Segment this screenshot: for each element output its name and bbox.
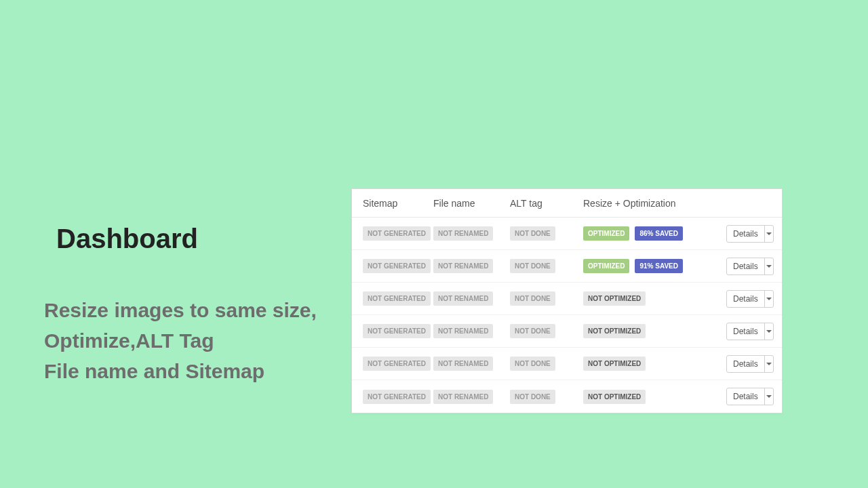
subtext-line-3: File name and Sitemap	[44, 356, 317, 386]
details-button[interactable]: Details	[726, 290, 774, 308]
sitemap-status-badge: NOT GENERATED	[363, 324, 431, 338]
subtext-line-1: Resize images to same size,	[44, 295, 317, 325]
not-optimized-badge: NOT OPTIMIZED	[583, 291, 646, 306]
not-optimized-badge: NOT OPTIMIZED	[583, 390, 646, 404]
table-row: NOT GENERATEDNOT RENAMEDNOT DONENOT OPTI…	[352, 348, 782, 380]
status-table: Sitemap File name ALT tag Resize + Optim…	[351, 188, 783, 413]
details-dropdown-toggle[interactable]	[764, 258, 773, 274]
details-dropdown-toggle[interactable]	[764, 388, 773, 405]
details-button[interactable]: Details	[726, 258, 774, 275]
not-optimized-badge: NOT OPTIMIZED	[583, 357, 646, 371]
chevron-down-icon	[766, 330, 772, 333]
details-button-label[interactable]: Details	[727, 323, 764, 340]
filename-status-badge: NOT RENAMED	[433, 357, 493, 371]
sitemap-status-badge: NOT GENERATED	[363, 259, 431, 273]
header-filename: File name	[428, 198, 505, 209]
details-button[interactable]: Details	[726, 388, 774, 405]
marketing-text-block: Dashboard Resize images to same size, Op…	[44, 224, 317, 386]
filename-status-badge: NOT RENAMED	[433, 390, 493, 404]
table-row: NOT GENERATEDNOT RENAMEDNOT DONEOPTIMIZE…	[352, 218, 782, 250]
sitemap-status-badge: NOT GENERATED	[363, 291, 431, 306]
alt-status-badge: NOT DONE	[510, 259, 555, 273]
filename-status-badge: NOT RENAMED	[433, 226, 493, 241]
saved-percent-badge: 86% SAVED	[635, 226, 683, 241]
sitemap-status-badge: NOT GENERATED	[363, 226, 431, 241]
optimized-badge: OPTIMIZED	[583, 259, 629, 273]
details-button-label[interactable]: Details	[727, 356, 764, 372]
filename-status-badge: NOT RENAMED	[433, 324, 493, 338]
details-button[interactable]: Details	[726, 225, 774, 243]
details-dropdown-toggle[interactable]	[764, 356, 773, 372]
alt-status-badge: NOT DONE	[510, 324, 555, 338]
header-sitemap: Sitemap	[352, 198, 428, 209]
table-row: NOT GENERATEDNOT RENAMEDNOT DONENOT OPTI…	[352, 315, 782, 348]
chevron-down-icon	[766, 395, 772, 398]
saved-percent-badge: 91% SAVED	[635, 259, 683, 273]
table-row: NOT GENERATEDNOT RENAMEDNOT DONENOT OPTI…	[352, 283, 782, 315]
details-dropdown-toggle[interactable]	[764, 291, 773, 307]
chevron-down-icon	[766, 265, 772, 268]
header-alt: ALT tag	[505, 198, 578, 209]
details-button[interactable]: Details	[726, 323, 774, 340]
alt-status-badge: NOT DONE	[510, 226, 555, 241]
alt-status-badge: NOT DONE	[510, 357, 555, 371]
subtext-line-2: Optimize,ALT Tag	[44, 325, 317, 356]
details-button-label[interactable]: Details	[727, 226, 764, 242]
details-button-label[interactable]: Details	[727, 291, 764, 307]
page-subtext: Resize images to same size, Optimize,ALT…	[44, 295, 317, 386]
not-optimized-badge: NOT OPTIMIZED	[583, 324, 646, 338]
sitemap-status-badge: NOT GENERATED	[363, 390, 431, 404]
details-dropdown-toggle[interactable]	[764, 323, 773, 340]
chevron-down-icon	[766, 298, 772, 300]
table-row: NOT GENERATEDNOT RENAMEDNOT DONEOPTIMIZE…	[352, 250, 782, 283]
table-row: NOT GENERATEDNOT RENAMEDNOT DONENOT OPTI…	[352, 380, 782, 413]
details-button[interactable]: Details	[726, 355, 774, 373]
header-resize: Resize + Optimization	[578, 198, 721, 209]
details-button-label[interactable]: Details	[727, 388, 764, 405]
filename-status-badge: NOT RENAMED	[433, 259, 493, 273]
filename-status-badge: NOT RENAMED	[433, 291, 493, 306]
chevron-down-icon	[766, 363, 772, 365]
sitemap-status-badge: NOT GENERATED	[363, 357, 431, 371]
details-button-label[interactable]: Details	[727, 258, 764, 274]
chevron-down-icon	[766, 232, 772, 235]
optimized-badge: OPTIMIZED	[583, 226, 629, 241]
table-header-row: Sitemap File name ALT tag Resize + Optim…	[352, 189, 782, 218]
alt-status-badge: NOT DONE	[510, 291, 555, 306]
page-heading: Dashboard	[56, 224, 317, 254]
details-dropdown-toggle[interactable]	[764, 226, 773, 242]
alt-status-badge: NOT DONE	[510, 390, 555, 404]
